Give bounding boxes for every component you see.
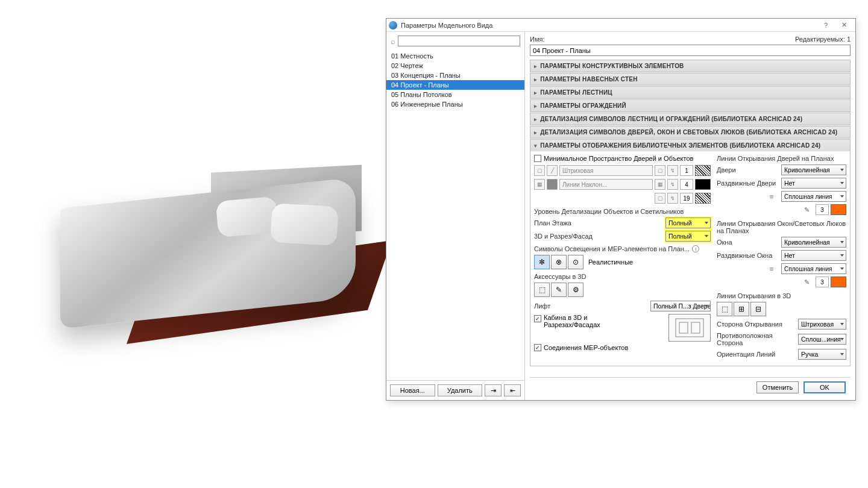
3d-viewport bbox=[0, 0, 386, 488]
pen-swatch[interactable] bbox=[831, 204, 846, 215]
delete-preset-button[interactable]: Удалить bbox=[438, 384, 483, 396]
num-input[interactable]: 4 bbox=[680, 179, 693, 190]
pen-swatch[interactable] bbox=[831, 277, 846, 287]
cabin-checkbox[interactable] bbox=[534, 315, 541, 322]
swatch-black[interactable] bbox=[695, 179, 711, 190]
symbol-mode-2[interactable]: ⊗ bbox=[551, 255, 567, 269]
export-icon: ⇤ bbox=[510, 387, 515, 395]
sliding-doors-select[interactable]: Нет bbox=[781, 178, 846, 189]
svg-rect-2 bbox=[691, 322, 700, 333]
line-orient-select[interactable]: Ручка bbox=[798, 349, 846, 360]
search-input[interactable] bbox=[398, 36, 520, 46]
left-panel: ⌕ 01 Местность 02 Чертеж 03 Концепция - … bbox=[386, 32, 525, 400]
tree-item[interactable]: 05 Планы Потолков bbox=[386, 90, 524, 99]
section-detail-select[interactable]: Полный bbox=[665, 231, 711, 242]
name-label: Имя: bbox=[530, 36, 544, 43]
doors-header: Линии Открывания Дверей на Планах bbox=[717, 155, 846, 162]
accordion-header[interactable]: ▸ПАРАМЕТРЫ НАВЕСНЫХ СТЕН bbox=[530, 74, 850, 85]
chevron-right-icon: ▸ bbox=[534, 77, 537, 83]
tree-item[interactable]: 02 Чертеж bbox=[386, 61, 524, 70]
accordion-header[interactable]: ▸ПАРАМЕТРЫ КОНСТРУКТИВНЫХ ЭЛЕМЕНТОВ bbox=[530, 60, 850, 72]
lighting-header: Символы Освещения и МЕР-элементов на Пла… bbox=[534, 245, 690, 252]
info-icon[interactable]: i bbox=[692, 245, 699, 252]
tree-item[interactable]: 03 Концепция - Планы bbox=[386, 70, 524, 80]
windows-select[interactable]: Криволинейная bbox=[781, 237, 846, 248]
incline-select[interactable]: Линии Наклон... bbox=[559, 179, 653, 190]
accordion-header[interactable]: ▸ДЕТАЛИЗАЦИЯ СИМВОЛОВ ДВЕРЕЙ, ОКОН И СВЕ… bbox=[530, 127, 850, 138]
swatch-hatch[interactable] bbox=[695, 193, 711, 204]
min-space-checkbox[interactable] bbox=[534, 155, 541, 162]
num-input[interactable]: 19 bbox=[680, 193, 693, 204]
svg-rect-0 bbox=[676, 319, 703, 337]
help-button[interactable]: ? bbox=[817, 19, 835, 31]
chevron-down-icon: ▾ bbox=[534, 143, 537, 149]
accordion-header[interactable]: ▸ПАРАМЕТРЫ ОГРАЖДЕНИЙ bbox=[530, 100, 850, 111]
hatch-select[interactable]: Штриховая bbox=[559, 165, 653, 176]
pen-icon[interactable]: ↯ bbox=[667, 179, 678, 190]
line-type-select[interactable]: Сплошная линия bbox=[781, 263, 846, 274]
windows-label: Окна bbox=[717, 239, 781, 246]
lift-select[interactable]: Полный П...з Дверей bbox=[650, 301, 711, 311]
new-preset-button[interactable]: Новая... bbox=[390, 384, 435, 396]
tree-item[interactable]: 06 Инженерные Планы bbox=[386, 99, 524, 109]
pen-num[interactable]: 3 bbox=[816, 204, 829, 215]
svg-rect-1 bbox=[679, 322, 688, 333]
name-input[interactable] bbox=[530, 45, 851, 56]
accordion-railings: ▸ПАРАМЕТРЫ ОГРАЖДЕНИЙ bbox=[530, 99, 851, 112]
lines3d-header: Линии Открывания в 3D bbox=[717, 292, 846, 299]
pen-icon: ✎ bbox=[802, 278, 811, 286]
toggle-icon[interactable]: ▦ bbox=[655, 179, 665, 190]
sliding-windows-select[interactable]: Нет bbox=[781, 250, 846, 261]
toggle-icon[interactable]: ▢ bbox=[655, 165, 665, 176]
pen-icon[interactable]: ↯ bbox=[667, 193, 678, 204]
chevron-right-icon: ▸ bbox=[534, 103, 537, 109]
num-input[interactable]: 1 bbox=[680, 165, 693, 176]
fill-icon[interactable] bbox=[547, 179, 558, 190]
pattern-icon[interactable]: ▦ bbox=[534, 179, 545, 190]
pen-icon: ✎ bbox=[802, 206, 811, 214]
accessory-1[interactable]: ⬚ bbox=[534, 283, 550, 297]
3d-mode-2[interactable]: ⊞ bbox=[734, 302, 749, 316]
accordion-stair-symbols: ▸ДЕТАЛИЗАЦИЯ СИМВОЛОВ ЛЕСТНИЦ И ОГРАЖДЕН… bbox=[530, 113, 851, 125]
open-side-select[interactable]: Штриховая bbox=[798, 319, 846, 330]
accordion-header[interactable]: ▸ДЕТАЛИЗАЦИЯ СИМВОЛОВ ЛЕСТНИЦ И ОГРАЖДЕН… bbox=[530, 113, 850, 125]
accordion-constructive: ▸ПАРАМЕТРЫ КОНСТРУКТИВНЫХ ЭЛЕМЕНТОВ bbox=[530, 60, 851, 72]
symbol-mode-3[interactable]: ⊙ bbox=[568, 255, 583, 269]
min-space-label: Минимальное Пространство Дверей и Объект… bbox=[544, 155, 693, 162]
plan-detail-select[interactable]: Полный bbox=[665, 217, 711, 228]
search-icon: ⌕ bbox=[391, 37, 395, 46]
pen-icon[interactable]: ↯ bbox=[667, 165, 678, 176]
opposite-side-select[interactable]: Сплош...иния bbox=[798, 334, 846, 345]
accordion-header[interactable]: ▸ПАРАМЕТРЫ ЛЕСТНИЦ bbox=[530, 87, 850, 98]
3d-mode-3[interactable]: ⊟ bbox=[750, 302, 766, 316]
line-icon[interactable]: ╱ bbox=[547, 165, 558, 176]
mep-checkbox[interactable] bbox=[534, 344, 541, 351]
open-side-label: Сторона Открывания bbox=[717, 321, 798, 328]
swatch-hatch[interactable] bbox=[695, 165, 711, 176]
line-orient-label: Ориентация Линий bbox=[717, 351, 798, 358]
sliding-doors-label: Раздвижные Двери bbox=[717, 180, 781, 187]
toggle-icon[interactable]: ▢ bbox=[655, 193, 665, 204]
accordion-header[interactable]: ▾ПАРАМЕТРЫ ОТОБРАЖЕНИЯ БИБЛИОТЕЧНЫХ ЭЛЕМ… bbox=[530, 140, 850, 151]
shape-icon[interactable]: ▢ bbox=[534, 165, 545, 176]
accessory-2[interactable]: ✎ bbox=[551, 283, 567, 297]
line-type-select[interactable]: Сплошная линия bbox=[781, 191, 846, 202]
tree-item[interactable]: 01 Местность bbox=[386, 51, 524, 61]
preset-tree[interactable]: 01 Местность 02 Чертеж 03 Концепция - Пл… bbox=[386, 50, 524, 380]
pen-num[interactable]: 3 bbox=[816, 277, 829, 287]
import-button[interactable]: ⇥ bbox=[485, 384, 502, 396]
symbol-mode-1[interactable]: ✻ bbox=[534, 255, 550, 269]
doors-select[interactable]: Криволинейная bbox=[781, 164, 846, 175]
accordion-door-symbols: ▸ДЕТАЛИЗАЦИЯ СИМВОЛОВ ДВЕРЕЙ, ОКОН И СВЕ… bbox=[530, 126, 851, 139]
ok-button[interactable]: OK bbox=[804, 381, 846, 393]
tree-item-selected[interactable]: 04 Проект - Планы bbox=[386, 80, 524, 90]
cancel-button[interactable]: Отменить bbox=[756, 381, 799, 393]
dialog-footer: Отменить OK bbox=[530, 377, 851, 396]
export-button[interactable]: ⇤ bbox=[504, 384, 521, 396]
3d-mode-1[interactable]: ⬚ bbox=[717, 302, 732, 316]
import-icon: ⇥ bbox=[491, 387, 496, 395]
accessory-3[interactable]: ⚙ bbox=[568, 283, 583, 297]
windows-header: Линии Открывания Окон/Световых Люков на … bbox=[717, 220, 846, 234]
close-button[interactable]: ✕ bbox=[835, 19, 853, 31]
detail-header: Уровень Детализации Объектов и Светильни… bbox=[534, 208, 711, 215]
